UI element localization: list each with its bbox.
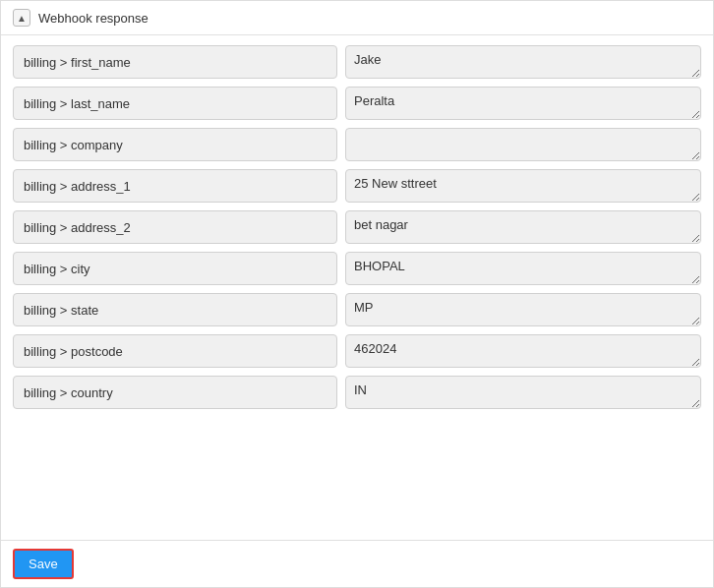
footer: Save [1,540,713,587]
scroll-area[interactable]: billing > first_namebilling > last_nameb… [1,35,713,540]
field-label-4: billing > address_2 [13,210,337,244]
field-row: billing > company [13,128,701,161]
field-value-5[interactable] [345,252,701,285]
main-content: billing > first_namebilling > last_nameb… [1,35,713,540]
field-value-0[interactable] [345,45,701,79]
field-label-1: billing > last_name [13,87,337,120]
webhook-title: Webhook response [38,11,149,26]
field-label-8: billing > country [13,376,337,409]
field-row: billing > first_name [13,45,701,79]
field-label-3: billing > address_1 [13,169,337,203]
field-value-4[interactable] [345,210,701,244]
field-label-6: billing > state [13,293,337,326]
field-label-0: billing > first_name [13,45,337,79]
field-label-2: billing > company [13,128,337,161]
field-value-8[interactable] [345,376,701,409]
field-row: billing > state [13,293,701,326]
field-row: billing > last_name [13,87,701,120]
field-value-6[interactable] [345,293,701,326]
webhook-panel: ▲ Webhook response billing > first_nameb… [0,0,714,588]
field-value-3[interactable] [345,169,701,203]
field-row: billing > city [13,252,701,285]
field-value-2[interactable] [345,128,701,161]
field-value-1[interactable] [345,87,701,120]
save-button[interactable]: Save [13,549,74,579]
field-row: billing > address_1 [13,169,701,203]
field-row: billing > address_2 [13,210,701,244]
collapse-icon[interactable]: ▲ [13,9,30,27]
webhook-header: ▲ Webhook response [1,1,713,35]
field-value-7[interactable] [345,334,701,368]
field-label-7: billing > postcode [13,334,337,368]
field-row: billing > country [13,376,701,409]
field-label-5: billing > city [13,252,337,285]
field-row: billing > postcode [13,334,701,368]
